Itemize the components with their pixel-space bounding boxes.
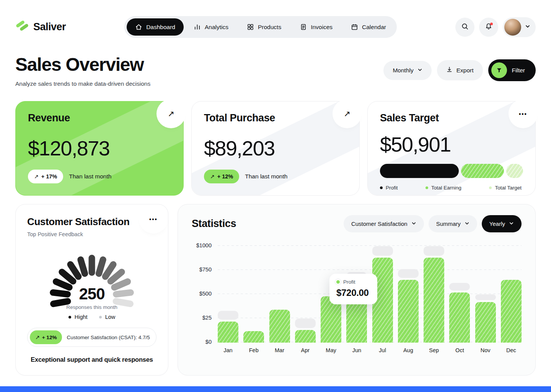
bar-column-oct[interactable]: Oct (449, 246, 470, 353)
notifications-button[interactable] (479, 18, 498, 37)
notification-dot (490, 23, 493, 25)
bar-nov[interactable] (475, 302, 496, 343)
statistics-title: Statistics (192, 218, 236, 230)
target-progress-profit (380, 164, 459, 178)
csat-pill: ↗+ 12% Customer Satisfaction (CSAT): 4.7… (27, 328, 156, 347)
x-axis-label: Oct (455, 347, 464, 353)
grid-icon (247, 23, 254, 31)
x-axis-label: Jan (223, 347, 232, 353)
nav-item-dashboard[interactable]: Dashboard (127, 18, 184, 36)
page-header: Sales Overview Analyze sales trends to m… (15, 54, 536, 87)
gauge-segment (105, 265, 113, 277)
x-axis-label: Dec (506, 347, 516, 353)
purchase-open-button[interactable]: ↗ (336, 103, 358, 124)
gauge-segment (81, 260, 85, 273)
chevron-down-icon (465, 220, 469, 227)
x-axis-label: Nov (481, 347, 491, 353)
nav-label: Calendar (362, 24, 386, 31)
nav-item-analytics[interactable]: Analytics (185, 18, 237, 36)
bar-ghost-cap (398, 269, 419, 278)
bar-column-feb[interactable]: Feb (243, 246, 264, 353)
bar-dec[interactable] (501, 280, 522, 343)
stat-cards-row: ↗ Revenue $120,873 ↗+ 17% Than last mont… (15, 101, 536, 196)
sales-target-card: ••• Sales Target $50,901 Profit Total Ea… (367, 101, 536, 196)
bar-mar[interactable] (269, 310, 290, 343)
trend-up-icon: ↗ (34, 173, 39, 180)
nav-item-calendar[interactable]: Calendar (342, 18, 395, 36)
bar-column-jan[interactable]: Jan (218, 246, 238, 353)
bar-feb[interactable] (243, 331, 264, 343)
invoice-icon (300, 23, 307, 31)
bar-column-apr[interactable]: Apr (295, 246, 316, 353)
satisfaction-footer: Exceptional support and quick responses (27, 356, 156, 363)
funnel-icon (491, 62, 507, 78)
legend-item-total-target: Total Target (489, 185, 522, 191)
chevron-down-icon (509, 220, 514, 227)
bar-column-dec[interactable]: Dec (501, 246, 522, 353)
customer-satisfaction-card: ••• Customer Satisfaction Top Positive F… (15, 204, 168, 376)
export-label: Export (456, 67, 474, 74)
nav-label: Products (258, 24, 281, 31)
bar-apr[interactable] (295, 330, 316, 343)
bar-aug[interactable] (398, 280, 419, 343)
bar-ghost-cap (449, 283, 470, 291)
statistics-filters: Customer Satisfaction Summary Yearly (344, 215, 522, 232)
bar-ghost-cap (424, 246, 444, 256)
bar-ghost-cap (295, 318, 316, 328)
x-axis-label: May (326, 347, 336, 353)
user-menu[interactable] (503, 17, 536, 37)
statistics-card: Statistics Customer Satisfaction Summary… (178, 204, 536, 376)
bar-jan[interactable] (218, 322, 238, 343)
export-button[interactable]: Export (437, 60, 483, 80)
metric-dropdown[interactable]: Customer Satisfaction (344, 215, 424, 232)
purchase-title: Total Purchase (204, 112, 347, 124)
bar-ghost-cap (475, 294, 496, 300)
bar-chart-icon (194, 23, 201, 31)
x-axis-label: Jul (379, 347, 386, 353)
bottom-accent-bar (0, 386, 551, 392)
mode-dropdown[interactable]: Summary (429, 215, 477, 232)
bar-oct[interactable] (449, 292, 470, 343)
revenue-card: ↗ Revenue $120,873 ↗+ 17% Than last mont… (15, 101, 184, 196)
calendar-icon (351, 23, 358, 31)
y-axis-label: $750 (199, 266, 212, 273)
satisfaction-subtitle: Top Positive Feedback (27, 231, 156, 237)
brand-name: Saliver (33, 21, 66, 33)
trend-up-icon: ↗ (35, 334, 40, 340)
bar-column-nov[interactable]: Nov (475, 246, 496, 353)
sales-target-legend: Profit Total Earning Total Target (380, 185, 523, 191)
sales-target-title: Sales Target (380, 112, 523, 124)
satisfaction-more-button[interactable]: ••• (143, 208, 164, 230)
bar-column-sep[interactable]: Sep (424, 246, 444, 353)
bar-column-aug[interactable]: Aug (398, 246, 419, 353)
nav-label: Analytics (205, 24, 228, 31)
x-axis-label: Jun (352, 347, 361, 353)
bar-sep[interactable] (424, 258, 444, 343)
avatar (504, 19, 521, 36)
x-axis-label: Feb (249, 347, 259, 353)
revenue-open-button[interactable]: ↗ (160, 103, 182, 124)
filter-button[interactable]: Filter (488, 59, 536, 81)
range-dropdown[interactable]: Yearly (482, 215, 522, 232)
sales-target-progress (380, 164, 523, 178)
gauge-segment (111, 272, 122, 281)
nav-item-invoices[interactable]: Invoices (291, 18, 341, 36)
chevron-down-icon (525, 24, 530, 31)
search-icon (461, 23, 469, 31)
revenue-note: Than last month (69, 173, 111, 180)
filter-label: Filter (512, 67, 525, 74)
satisfaction-gauge: 250 Responses this month (31, 239, 153, 308)
purchase-note: Than last month (245, 173, 287, 180)
bar-column-mar[interactable]: Mar (269, 246, 290, 353)
y-axis-label: $1000 (196, 242, 212, 248)
purchase-value: $89,203 (204, 136, 347, 160)
search-button[interactable] (455, 18, 474, 37)
x-axis-label: Apr (301, 347, 310, 353)
brand-logo[interactable]: Saliver (15, 19, 66, 35)
period-dropdown[interactable]: Monthly (383, 61, 431, 80)
y-axis-label: $25 (202, 315, 212, 321)
nav-item-products[interactable]: Products (238, 18, 290, 36)
trend-up-icon: ↗ (210, 173, 215, 180)
saliver-logo-icon (15, 19, 29, 35)
sales-target-more-button[interactable]: ••• (512, 103, 534, 124)
